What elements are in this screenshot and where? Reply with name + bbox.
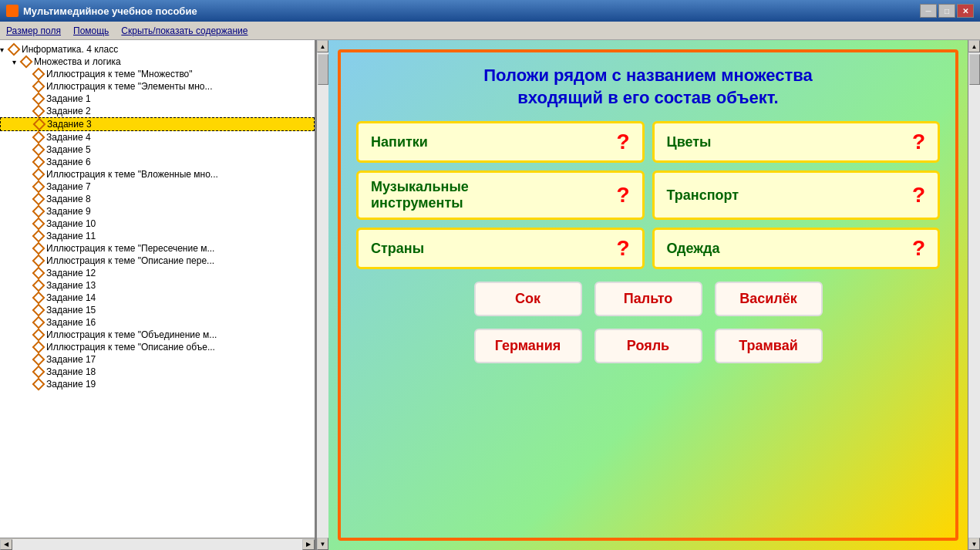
main-layout: ▾Информатика. 4 класс▾Множества и логика… — [0, 40, 980, 550]
category-muzy-question: ? — [616, 183, 629, 208]
answers-row-2: Германия Рояль Трамвай — [356, 329, 940, 363]
menu-toggle[interactable]: Скрыть/показать содержание — [118, 24, 251, 38]
tree-item-task11[interactable]: Задание 11 — [0, 230, 315, 242]
content-scrollbar-v[interactable]: ▲ ▼ — [968, 40, 980, 550]
tree-item-task5[interactable]: Задание 5 — [0, 143, 315, 156]
slide-title: Положи рядом с названием множествавходящ… — [356, 65, 940, 109]
content-scroll-down-btn[interactable]: ▼ — [968, 538, 980, 550]
tree-label-task8: Задание 8 — [46, 194, 91, 204]
tree-label-task6: Задание 6 — [46, 157, 91, 167]
scroll-thumb-v[interactable] — [318, 54, 328, 85]
scroll-right-btn[interactable]: ▶ — [302, 539, 315, 550]
tree-icon-task1 — [32, 93, 45, 106]
scroll-track-h — [12, 539, 302, 550]
maximize-button[interactable]: □ — [938, 4, 955, 18]
menu-size[interactable]: Размер поля — [3, 24, 64, 38]
tree-label-illus4: Иллюстрация к теме "Пересечение м... — [46, 243, 214, 254]
tree-item-task8[interactable]: Задание 8 — [0, 193, 315, 205]
tree-label-task13: Задание 13 — [46, 280, 96, 291]
tree-item-illus6[interactable]: Иллюстрация к теме "Объединение м... — [0, 329, 315, 341]
tree-item-task1[interactable]: Задание 1 — [0, 93, 315, 105]
tree-item-sets[interactable]: ▾Множества и логика — [0, 56, 315, 68]
tree-item-task15[interactable]: Задание 15 — [0, 304, 315, 316]
tree-view[interactable]: ▾Информатика. 4 класс▾Множества и логика… — [0, 40, 315, 538]
tree-item-illus5[interactable]: Иллюстрация к теме "Описание пере... — [0, 255, 315, 267]
tree-icon-task11 — [32, 230, 45, 243]
tree-icon-task3 — [33, 118, 46, 131]
answer-palto[interactable]: Пальто — [594, 282, 702, 316]
tree-label-task19: Задание 19 — [46, 379, 96, 390]
tree-item-task19[interactable]: Задание 19 — [0, 378, 315, 390]
window-controls: ─ □ ✕ — [920, 4, 974, 18]
category-muzy-label: Музыкальныеинструменты — [371, 179, 469, 211]
tree-label-sets: Множества и логика — [34, 56, 121, 67]
tree-item-illus2[interactable]: Иллюстрация к теме "Элементы мно... — [0, 80, 315, 93]
category-napitki[interactable]: Напитки ? — [356, 121, 645, 163]
tree-icon-task9 — [32, 205, 45, 218]
tree-item-task9[interactable]: Задание 9 — [0, 205, 315, 218]
horizontal-scrollbar[interactable]: ◀ ▶ — [0, 538, 315, 550]
tree-icon-task15 — [32, 304, 45, 317]
answer-vasilek[interactable]: Василёк — [715, 282, 823, 316]
tree-label-task14: Задание 14 — [46, 292, 96, 303]
tree-item-task7[interactable]: Задание 7 — [0, 181, 315, 193]
scroll-left-btn[interactable]: ◀ — [0, 539, 12, 550]
category-napitki-question: ? — [616, 130, 629, 154]
category-muzy[interactable]: Музыкальныеинструменты ? — [356, 170, 645, 220]
tree-icon-illus3 — [32, 168, 45, 181]
category-transport[interactable]: Транспорт ? — [652, 170, 941, 220]
tree-item-task6[interactable]: Задание 6 — [0, 156, 315, 168]
tree-item-task2[interactable]: Задание 2 — [0, 105, 315, 117]
sidebar-scrollbar-v[interactable]: ▲ ▼ — [316, 40, 328, 550]
tree-item-illus1[interactable]: Иллюстрация к теме "Множество" — [0, 68, 315, 80]
scroll-down-btn[interactable]: ▼ — [317, 538, 328, 550]
tree-icon-sets — [20, 56, 33, 69]
content-scroll-track — [968, 52, 980, 538]
content-scroll-up-btn[interactable]: ▲ — [968, 40, 980, 52]
tree-label-task11: Задание 11 — [46, 231, 96, 241]
tree-item-illus4[interactable]: Иллюстрация к теме "Пересечение м... — [0, 242, 315, 255]
tree-icon-task5 — [32, 143, 45, 157]
tree-item-task17[interactable]: Задание 17 — [0, 353, 315, 366]
menu-help[interactable]: Помощь — [70, 24, 112, 38]
tree-item-illus7[interactable]: Иллюстрация к теме "Описание объе... — [0, 341, 315, 353]
category-cvety-label: Цветы — [667, 134, 712, 150]
answer-royal[interactable]: Рояль — [594, 329, 702, 363]
sidebar: ▾Информатика. 4 класс▾Множества и логика… — [0, 40, 316, 550]
tree-item-task3[interactable]: Задание 3 — [0, 117, 315, 131]
category-row-2: Музыкальныеинструменты ? Транспорт ? — [356, 170, 940, 220]
tree-item-task18[interactable]: Задание 18 — [0, 366, 315, 378]
tree-item-task10[interactable]: Задание 10 — [0, 218, 315, 230]
tree-icon-illus5 — [32, 255, 45, 268]
tree-icon-illus7 — [32, 341, 45, 354]
category-odezhda[interactable]: Одежда ? — [652, 228, 941, 269]
tree-icon-root — [8, 43, 21, 56]
tree-icon-task8 — [32, 193, 45, 206]
tree-item-task14[interactable]: Задание 14 — [0, 292, 315, 304]
close-button[interactable]: ✕ — [957, 4, 974, 18]
tree-item-task12[interactable]: Задание 12 — [0, 267, 315, 279]
scroll-up-btn[interactable]: ▲ — [317, 40, 328, 52]
tree-item-root[interactable]: ▾Информатика. 4 класс — [0, 43, 315, 56]
tree-label-task5: Задание 5 — [46, 144, 91, 155]
answer-sok[interactable]: Сок — [474, 282, 582, 316]
category-transport-question: ? — [912, 183, 925, 208]
tree-label-task18: Задание 18 — [46, 366, 96, 377]
tree-item-task13[interactable]: Задание 13 — [0, 279, 315, 292]
answer-germania[interactable]: Германия — [474, 329, 582, 363]
content-scroll-thumb[interactable] — [969, 54, 980, 85]
category-strany[interactable]: Страны ? — [356, 228, 645, 269]
tree-item-task16[interactable]: Задание 16 — [0, 316, 315, 329]
tree-item-illus3[interactable]: Иллюстрация к теме "Вложенные мно... — [0, 168, 315, 181]
scroll-track-v — [317, 52, 328, 538]
tree-icon-illus1 — [32, 68, 45, 81]
tree-item-task4[interactable]: Задание 4 — [0, 131, 315, 143]
menu-bar: Размер поля Помощь Скрыть/показать содер… — [0, 22, 980, 40]
minimize-button[interactable]: ─ — [920, 4, 937, 18]
tree-icon-illus6 — [32, 329, 45, 342]
category-grid: Напитки ? Цветы ? Музыкальныеинструменты… — [356, 121, 940, 269]
tree-icon-task18 — [32, 366, 45, 379]
category-cvety[interactable]: Цветы ? — [652, 121, 941, 163]
tree-icon-task2 — [32, 105, 45, 118]
answer-tramvay[interactable]: Трамвай — [715, 329, 823, 363]
